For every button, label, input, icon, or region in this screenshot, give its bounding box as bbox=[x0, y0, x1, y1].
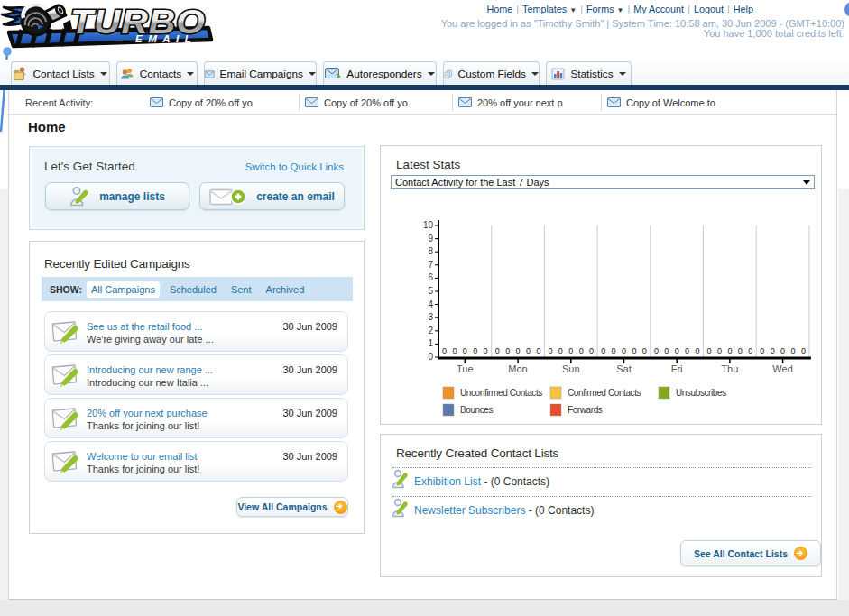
svg-text:5: 5 bbox=[428, 286, 433, 296]
svg-text:0: 0 bbox=[695, 346, 699, 355]
svg-text:0: 0 bbox=[526, 346, 531, 355]
svg-text:0: 0 bbox=[642, 346, 647, 355]
svg-text:0: 0 bbox=[664, 346, 669, 355]
svg-text:0: 0 bbox=[801, 346, 806, 355]
svg-text:4: 4 bbox=[428, 299, 433, 309]
svg-text:0: 0 bbox=[548, 346, 552, 355]
svg-text:0: 0 bbox=[516, 346, 521, 355]
svg-text:0: 0 bbox=[536, 346, 540, 355]
svg-text:0: 0 bbox=[632, 346, 636, 355]
svg-text:0: 0 bbox=[612, 346, 616, 355]
svg-text:0: 0 bbox=[654, 346, 659, 355]
svg-text:0: 0 bbox=[707, 346, 712, 355]
svg-text:0: 0 bbox=[442, 346, 447, 355]
svg-text:0: 0 bbox=[771, 346, 775, 355]
svg-text:0: 0 bbox=[601, 346, 605, 355]
svg-text:Thu: Thu bbox=[721, 363, 738, 374]
svg-text:Unsubscribes: Unsubscribes bbox=[676, 388, 726, 398]
svg-text:0: 0 bbox=[675, 346, 679, 355]
svg-text:Sat: Sat bbox=[616, 363, 632, 374]
svg-text:0: 0 bbox=[780, 346, 785, 355]
svg-text:Fri: Fri bbox=[671, 363, 683, 374]
svg-text:0: 0 bbox=[717, 346, 722, 355]
svg-text:0: 0 bbox=[685, 346, 689, 355]
svg-text:0: 0 bbox=[738, 346, 743, 355]
svg-text:0: 0 bbox=[760, 346, 764, 355]
svg-text:Forwards: Forwards bbox=[568, 405, 603, 415]
svg-text:Mon: Mon bbox=[508, 363, 527, 374]
svg-text:0: 0 bbox=[473, 346, 477, 355]
svg-text:0: 0 bbox=[727, 346, 732, 355]
svg-text:6: 6 bbox=[428, 272, 433, 282]
svg-text:3: 3 bbox=[428, 312, 433, 322]
svg-text:9: 9 bbox=[428, 234, 433, 244]
svg-text:Bounces: Bounces bbox=[460, 405, 494, 415]
svg-text:Unconfirmed Contacts: Unconfirmed Contacts bbox=[460, 388, 542, 398]
svg-text:Confirmed Contacts: Confirmed Contacts bbox=[568, 388, 641, 398]
svg-text:2: 2 bbox=[428, 326, 433, 336]
svg-text:0: 0 bbox=[558, 346, 563, 355]
svg-text:0: 0 bbox=[495, 346, 500, 355]
svg-text:0: 0 bbox=[790, 346, 795, 355]
svg-text:10: 10 bbox=[423, 220, 434, 230]
svg-text:0: 0 bbox=[452, 346, 457, 355]
svg-text:0: 0 bbox=[505, 346, 510, 355]
svg-text:Tue: Tue bbox=[457, 363, 474, 374]
svg-text:0: 0 bbox=[748, 346, 752, 355]
svg-text:7: 7 bbox=[428, 260, 433, 270]
svg-text:0: 0 bbox=[428, 352, 433, 362]
svg-text:0: 0 bbox=[589, 346, 594, 355]
svg-text:8: 8 bbox=[428, 246, 433, 256]
svg-text:0: 0 bbox=[463, 346, 467, 355]
svg-text:0: 0 bbox=[579, 346, 584, 355]
svg-text:0: 0 bbox=[568, 346, 573, 355]
svg-text:Wed: Wed bbox=[772, 363, 792, 374]
svg-text:TURBO: TURBO bbox=[70, 4, 206, 41]
svg-text:Sun: Sun bbox=[562, 363, 580, 374]
svg-text:1: 1 bbox=[428, 338, 433, 348]
svg-text:0: 0 bbox=[622, 346, 626, 355]
svg-text:0: 0 bbox=[484, 346, 488, 355]
